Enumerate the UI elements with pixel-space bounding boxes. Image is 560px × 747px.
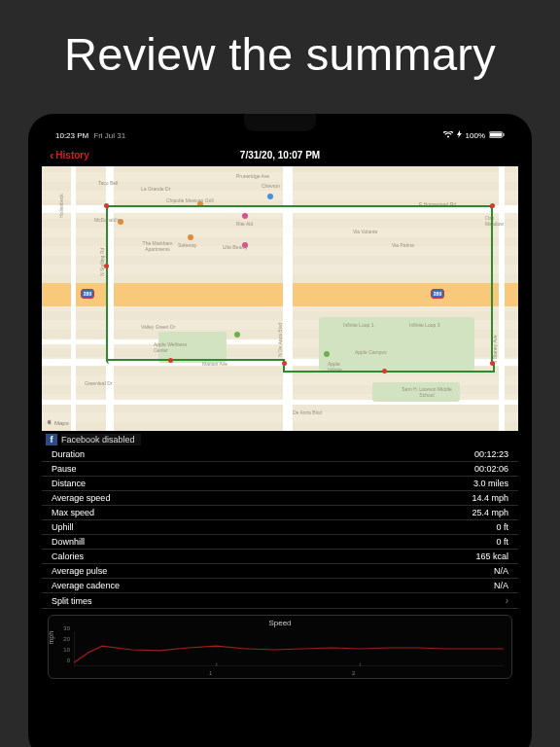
maps-attribution: Maps bbox=[46, 419, 69, 427]
map-label: Chipotle Mexican Grill bbox=[166, 197, 214, 203]
facebook-label: Facebook disabled bbox=[61, 434, 141, 445]
promo-title: Review the summary bbox=[0, 0, 560, 114]
device-frame: 10:23 PM Fri Jul 31 100% ‹ History bbox=[28, 114, 532, 747]
status-bar: 10:23 PM Fri Jul 31 100% bbox=[42, 127, 518, 143]
map-label: N Stelling Rd bbox=[99, 248, 105, 276]
battery-icon bbox=[489, 131, 505, 140]
map-label: Sam H. Lawson Middle School bbox=[402, 386, 452, 398]
highway-shield: 280 bbox=[81, 289, 94, 299]
status-date: Fri Jul 31 bbox=[93, 131, 125, 140]
screen: 10:23 PM Fri Jul 31 100% ‹ History bbox=[42, 127, 518, 746]
route-map[interactable]: 280 280 Chevron Chipotle Mexican Grill R… bbox=[42, 166, 518, 431]
chevron-right-icon: › bbox=[506, 595, 508, 606]
chevron-left-icon: ‹ bbox=[50, 148, 53, 162]
wifi-icon bbox=[443, 131, 453, 140]
map-label: La Grande Dr bbox=[141, 186, 170, 192]
stat-row: Max speed25.4 mph bbox=[42, 506, 518, 520]
stat-row: Average cadenceN/A bbox=[42, 579, 518, 593]
map-label: Greenleaf Dr bbox=[85, 380, 113, 386]
page-title: 7/31/20, 10:07 PM bbox=[42, 150, 518, 160]
stat-row: Calories165 kcal bbox=[42, 550, 518, 564]
nav-bar: ‹ History 7/31/20, 10:07 PM bbox=[42, 143, 518, 166]
map-label: Chevron bbox=[262, 183, 280, 189]
facebook-status[interactable]: f Facebook disabled bbox=[42, 432, 518, 447]
chart-xtick: 1 bbox=[209, 670, 212, 676]
stat-row: Uphill0 ft bbox=[42, 520, 518, 535]
status-time: 10:23 PM bbox=[55, 131, 88, 140]
stat-row: Average pulseN/A bbox=[42, 564, 518, 579]
stat-row: Pause00:02:06 bbox=[42, 462, 518, 477]
chart-ylabel: mph bbox=[48, 631, 54, 645]
battery-percent: 100% bbox=[466, 131, 485, 140]
chart-plot-area bbox=[74, 631, 504, 666]
split-times-row[interactable]: Split times › bbox=[42, 593, 518, 609]
svg-rect-2 bbox=[504, 133, 505, 136]
chart-title: Speed bbox=[54, 619, 506, 627]
facebook-icon: f bbox=[46, 434, 57, 445]
stat-row: Downhill0 ft bbox=[42, 535, 518, 550]
svg-rect-1 bbox=[490, 132, 502, 136]
speed-chart[interactable]: Speed mph 30 20 10 0 1 2 bbox=[48, 615, 512, 679]
stat-row: Duration00:12:23 bbox=[42, 447, 518, 462]
map-label: Hollenbeck bbox=[58, 194, 64, 218]
stats-list: Duration00:12:23 Pause00:02:06 Distance3… bbox=[42, 447, 518, 609]
map-label: Taco Bell bbox=[98, 180, 118, 186]
stat-row: Distance3.0 miles bbox=[42, 477, 518, 491]
stat-row: Average speed14.4 mph bbox=[42, 491, 518, 506]
back-button[interactable]: ‹ History bbox=[50, 148, 89, 162]
charging-icon bbox=[457, 130, 462, 140]
map-label: De Anza Blvd bbox=[293, 409, 322, 415]
back-label: History bbox=[55, 150, 88, 160]
chart-xtick: 2 bbox=[352, 670, 355, 676]
map-label: Pruneridge Ave bbox=[236, 173, 269, 179]
